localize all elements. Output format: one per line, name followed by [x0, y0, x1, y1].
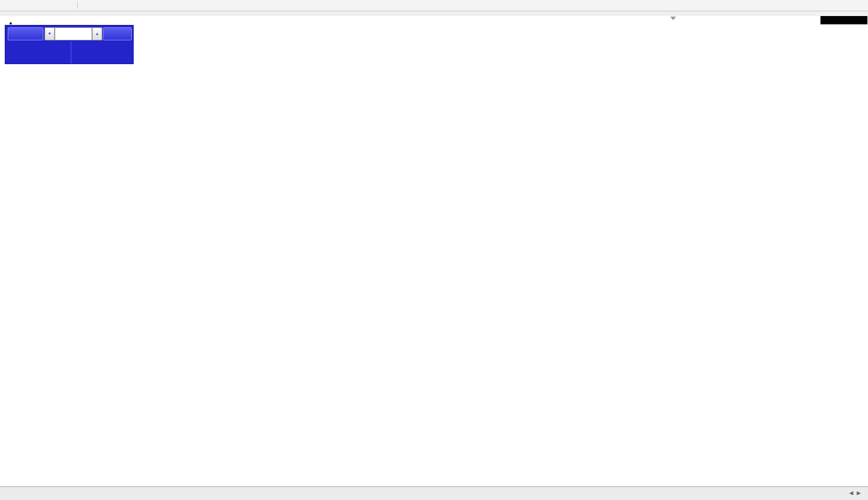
- one-click-trade-panel: ▼ ▲: [5, 25, 134, 64]
- current-price-tag: [820, 16, 867, 24]
- sell-price[interactable]: [7, 42, 68, 64]
- chart-canvas[interactable]: [0, 16, 868, 486]
- rsi-indicator-label: [8, 401, 14, 408]
- toolbar-gap: [0, 11, 868, 16]
- buy-price[interactable]: [71, 42, 133, 64]
- macd-indicator-label: [8, 338, 17, 345]
- chart-shift-marker-icon[interactable]: [670, 17, 676, 20]
- buy-button[interactable]: [103, 27, 132, 40]
- timeframe-toolbar: [0, 0, 868, 11]
- volume-input[interactable]: [55, 27, 92, 40]
- terminal-window: ▲ ▼ ▲ ◀▶: [0, 0, 868, 500]
- chart-window: ▲ ▼ ▲: [0, 16, 868, 486]
- chart-tab-bar: ◀▶: [0, 486, 868, 500]
- volume-increase-button[interactable]: ▲: [92, 27, 102, 40]
- toolbar-separator: [77, 1, 78, 9]
- sell-button[interactable]: [8, 27, 43, 40]
- volume-decrease-button[interactable]: ▼: [45, 27, 55, 40]
- tab-scroll-arrows[interactable]: ◀▶: [849, 490, 864, 496]
